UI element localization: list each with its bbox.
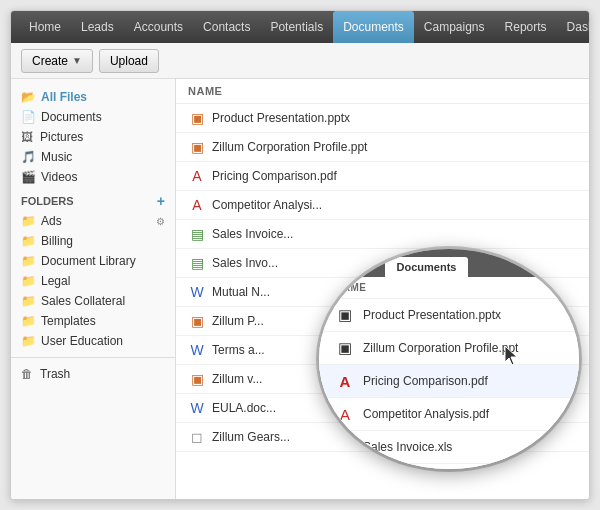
all-files-icon: 📂 [21,90,36,104]
app-window: Home Leads Accounts Contacts Potentials … [10,10,590,500]
nav-potentials[interactable]: Potentials [260,11,333,43]
zoom-file-icon-ppt: ▣ [335,338,355,358]
folder-templates-icon: 📁 [21,314,36,328]
file-icon-doc: W [188,399,206,417]
file-icon-pdf: A [188,167,206,185]
file-icon-ppt: ▣ [188,370,206,388]
pictures-icon: 🖼 [21,130,35,144]
table-row[interactable]: ▤ Sales Invoice... [176,220,589,249]
file-icon-doc: W [188,341,206,359]
file-list-header: NAME [176,79,589,104]
sidebar-folder-user-education[interactable]: 📁 User Education [11,331,175,351]
file-icon-generic: ◻ [188,428,206,446]
sidebar-folder-legal[interactable]: 📁 Legal [11,271,175,291]
nav-campaigns[interactable]: Campaigns [414,11,495,43]
zoom-file-icon-pdf: A [335,371,355,391]
sidebar-folder-ads[interactable]: 📁 Ads ⚙ [11,211,175,231]
file-icon-ppt: ▣ [188,312,206,330]
table-row[interactable]: A Competitor Analysi... [176,191,589,220]
toolbar: Create ▼ Upload [11,43,589,79]
documents-icon: 📄 [21,110,36,124]
file-icon-xls: ▤ [188,225,206,243]
folder-doclibrary-icon: 📁 [21,254,36,268]
table-row[interactable]: A Pricing Comparison.pdf [176,162,589,191]
file-icon-ppt: ▣ [188,109,206,127]
videos-icon: 🎬 [21,170,36,184]
zoom-table-row[interactable]: ▣ Product Presentation.pptx [319,299,579,332]
folder-legal-icon: 📁 [21,274,36,288]
zoom-table-row[interactable]: ▣ Zillum Corporation Profile.ppt [319,332,579,365]
sidebar-videos[interactable]: 🎬 Videos [11,167,175,187]
table-row[interactable]: ▣ Zillum Corporation Profile.ppt [176,133,589,162]
sidebar-documents[interactable]: 📄 Documents [11,107,175,127]
dropdown-arrow-icon: ▼ [72,55,82,66]
folder-sales-icon: 📁 [21,294,36,308]
table-row[interactable]: ▣ Product Presentation.pptx [176,104,589,133]
sidebar-all-files[interactable]: 📂 All Files [11,87,175,107]
top-navigation: Home Leads Accounts Contacts Potentials … [11,11,589,43]
nav-dash[interactable]: Dash [557,11,590,43]
nav-documents[interactable]: Documents [333,11,414,43]
sidebar: 📂 All Files 📄 Documents 🖼 Pictures 🎵 Mus… [11,79,176,500]
sidebar-folder-document-library[interactable]: 📁 Document Library [11,251,175,271]
sidebar-pictures[interactable]: 🖼 Pictures [11,127,175,147]
folders-section-header: FOLDERS + [11,187,175,211]
nav-accounts[interactable]: Accounts [124,11,193,43]
nav-leads[interactable]: Leads [71,11,124,43]
file-icon-xls: ▤ [188,254,206,272]
folder-education-icon: 📁 [21,334,36,348]
folder-billing-icon: 📁 [21,234,36,248]
trash-icon: 🗑 [21,367,35,381]
file-icon-ppt: ▣ [188,138,206,156]
sidebar-music[interactable]: 🎵 Music [11,147,175,167]
create-button[interactable]: Create ▼ [21,49,93,73]
add-folder-button[interactable]: + [157,193,165,209]
sidebar-folder-billing[interactable]: 📁 Billing [11,231,175,251]
zoom-column-header: NAME [319,277,579,299]
sidebar-folder-sales-collateral[interactable]: 📁 Sales Collateral [11,291,175,311]
upload-button[interactable]: Upload [99,49,159,73]
nav-reports[interactable]: Reports [495,11,557,43]
music-icon: 🎵 [21,150,36,164]
nav-contacts[interactable]: Contacts [193,11,260,43]
folder-ads-icon: 📁 [21,214,36,228]
file-icon-doc: W [188,283,206,301]
zoom-file-icon-ppt: ▣ [335,305,355,325]
zoom-tab-documents[interactable]: Documents [385,257,469,277]
zoom-table-row[interactable]: A Pricing Comparison.pdf [319,365,579,398]
sidebar-trash[interactable]: 🗑 Trash [11,364,175,384]
zoom-overlay: tials Documents NAME ▣ Product Presentat… [319,249,579,469]
zoom-table-row[interactable]: A Competitor Analysis.pdf [319,398,579,431]
gear-icon[interactable]: ⚙ [156,216,165,227]
sidebar-folder-templates[interactable]: 📁 Templates [11,311,175,331]
file-icon-pdf: A [188,196,206,214]
nav-home[interactable]: Home [19,11,71,43]
